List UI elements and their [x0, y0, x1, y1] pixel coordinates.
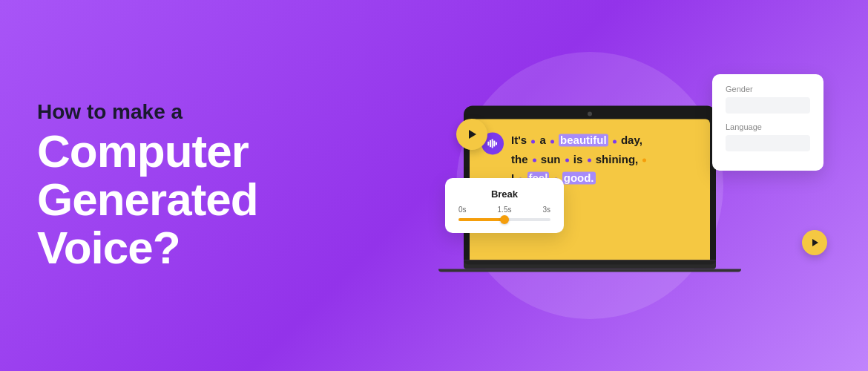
- play-icon-right: [812, 239, 818, 246]
- word-day: day,: [621, 134, 642, 146]
- word-shining: shining,: [596, 153, 639, 165]
- title-line-1: Computer: [37, 127, 274, 175]
- main-title: Computer Generated Voice?: [37, 127, 274, 272]
- svg-rect-3: [493, 140, 495, 146]
- laptop-base: [464, 260, 716, 269]
- camera-dot: [588, 111, 592, 116]
- play-button-left[interactable]: [456, 119, 487, 150]
- svg-rect-1: [490, 140, 491, 147]
- break-title: Break: [458, 188, 550, 200]
- dot: [531, 139, 535, 143]
- right-section: It's a beautiful day, the: [312, 0, 868, 371]
- text-line-2: the sun is shining,: [511, 150, 648, 169]
- dot: [533, 159, 536, 162]
- slider-fill: [458, 218, 504, 221]
- dot: [588, 159, 591, 162]
- word-beautiful: beautiful: [559, 134, 608, 146]
- gender-setting: Gender: [726, 85, 810, 114]
- play-icon-left: [469, 130, 476, 139]
- laptop-stand: [464, 260, 716, 264]
- label-mid: 1.5s: [498, 206, 512, 214]
- title-line-2: Generated: [37, 175, 274, 223]
- dot: [565, 159, 569, 162]
- word-is: is: [573, 153, 583, 165]
- word-good: good.: [562, 171, 596, 184]
- word-sun: sun: [541, 153, 561, 165]
- break-card: Break 0s 1.5s 3s: [445, 178, 564, 233]
- title-line-3: Voice?: [37, 223, 274, 272]
- svg-rect-4: [496, 142, 497, 145]
- language-setting: Language: [726, 122, 810, 151]
- slider-track[interactable]: [458, 218, 550, 221]
- svg-rect-2: [492, 139, 493, 148]
- word-its: It's: [511, 134, 527, 146]
- language-input[interactable]: [726, 135, 810, 151]
- word-a: a: [539, 134, 545, 146]
- label-start: 0s: [458, 206, 467, 214]
- break-labels: 0s 1.5s 3s: [458, 206, 550, 214]
- laptop-bottom: [438, 269, 741, 272]
- play-button-right[interactable]: [802, 230, 827, 255]
- svg-rect-0: [487, 142, 489, 145]
- dot: [550, 139, 554, 143]
- left-section: How to make a Computer Generated Voice?: [0, 55, 312, 317]
- dot: [613, 139, 617, 143]
- dot-yellow: [642, 159, 646, 162]
- label-end: 3s: [542, 206, 550, 214]
- language-label: Language: [726, 122, 810, 131]
- word-the: the: [511, 153, 528, 165]
- text-line-1: It's a beautiful day,: [511, 131, 648, 150]
- subtitle: How to make a: [37, 99, 274, 125]
- gender-input[interactable]: [726, 97, 810, 114]
- gender-label: Gender: [726, 85, 810, 93]
- settings-card: Gender Language: [712, 74, 823, 171]
- slider-thumb[interactable]: [500, 215, 509, 224]
